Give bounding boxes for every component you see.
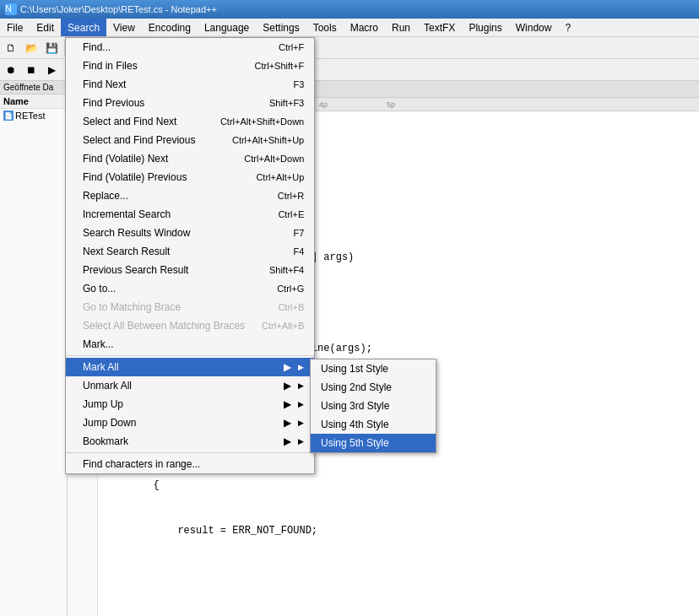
menu-mark[interactable]: Mark... — [66, 335, 314, 354]
search-dropdown-menu: Find... Ctrl+F Find in Files Ctrl+Shift+… — [65, 37, 315, 474]
menu-bookmark[interactable]: Bookmark ▶ — [66, 432, 314, 451]
submenu-arrow-unmark-all: ▶ — [284, 380, 291, 392]
menu-run[interactable]: Run — [385, 19, 417, 36]
menu-find-next[interactable]: Find Next F3 — [66, 75, 314, 94]
menu-next-search-result[interactable]: Next Search Result F4 — [66, 242, 314, 261]
save-button[interactable]: 💾 — [42, 39, 61, 57]
menu-find[interactable]: Find... Ctrl+F — [66, 38, 314, 57]
menu-find-chars-in-range[interactable]: Find characters in range... — [66, 455, 314, 473]
submenu-arrow-mark-all: ▶ — [284, 361, 291, 373]
menu-settings[interactable]: Settings — [256, 19, 306, 36]
menu-select-matching-braces[interactable]: Select All Between Matching Braces Ctrl+… — [66, 316, 314, 335]
menu-sep-1 — [66, 355, 314, 356]
menu-select-find-prev[interactable]: Select and Find Previous Ctrl+Alt+Shift+… — [66, 131, 314, 149]
menu-replace[interactable]: Replace... Ctrl+R — [66, 186, 314, 205]
menu-textfx[interactable]: TextFX — [417, 19, 462, 36]
code-line-28: { — [105, 478, 692, 493]
menu-file[interactable]: File — [0, 19, 30, 36]
menu-goto[interactable]: Go to... Ctrl+G — [66, 279, 314, 298]
macro-record-button[interactable]: ⏺ — [2, 61, 20, 79]
submenu-2nd-style[interactable]: Using 2nd Style — [311, 378, 436, 397]
macro-play-button[interactable]: ▶ — [42, 61, 61, 79]
sidebar-col-name: Name — [0, 95, 67, 109]
menu-incremental-search[interactable]: Incremental Search Ctrl+E — [66, 205, 314, 224]
sidebar-file-label: RETest — [15, 111, 45, 121]
menu-find-volatile-next[interactable]: Find (Volatile) Next Ctrl+Alt+Down — [66, 149, 314, 168]
menu-view[interactable]: View — [106, 19, 142, 36]
menu-macro[interactable]: Macro — [344, 19, 385, 36]
code-line-29: result = ERR_NOT_FOUND; — [105, 523, 692, 538]
menu-unmark-all[interactable]: Unmark All ▶ — [66, 376, 314, 395]
menu-find-volatile-prev[interactable]: Find (Volatile) Previous Ctrl+Alt+Up — [66, 168, 314, 186]
sidebar-header: Geöffnete Da — [0, 81, 67, 95]
submenu-4th-style[interactable]: Using 4th Style — [311, 415, 436, 434]
menu-search[interactable]: Search — [61, 19, 106, 36]
file-icon: 📄 — [3, 111, 14, 121]
window-title: C:\Users\Joker\Desktop\RETest.cs - Notep… — [20, 4, 217, 14]
submenu-arrow-bookmark: ▶ — [284, 435, 291, 447]
new-button[interactable]: 🗋 — [2, 39, 20, 57]
menu-language[interactable]: Language — [198, 19, 256, 36]
menu-goto-matching-brace[interactable]: Go to Matching Brace Ctrl+B — [66, 298, 314, 316]
menu-edit[interactable]: Edit — [30, 19, 61, 36]
submenu-5th-style[interactable]: Using 5th Style — [311, 434, 436, 452]
sidebar: Geöffnete Da Name 📄 RETest — [0, 81, 68, 616]
menu-window[interactable]: Window — [509, 19, 559, 36]
menu-find-previous[interactable]: Find Previous Shift+F3 — [66, 94, 314, 112]
menu-tools[interactable]: Tools — [306, 19, 344, 36]
mark-all-submenu: Using 1st Style Using 2nd Style Using 3r… — [310, 359, 436, 453]
menu-plugins[interactable]: Plugins — [462, 19, 508, 36]
menu-search-results-window[interactable]: Search Results Window F7 — [66, 224, 314, 242]
menu-help[interactable]: ? — [558, 19, 577, 36]
menu-select-find-next[interactable]: Select and Find Next Ctrl+Alt+Shift+Down — [66, 112, 314, 131]
submenu-arrow-jump-up: ▶ — [284, 398, 291, 410]
submenu-3rd-style[interactable]: Using 3rd Style — [311, 397, 436, 415]
menu-jump-down[interactable]: Jump Down ▶ — [66, 413, 314, 432]
submenu-arrow-jump-down: ▶ — [284, 417, 291, 429]
menu-prev-search-result[interactable]: Previous Search Result Shift+F4 — [66, 261, 314, 279]
menu-encoding[interactable]: Encoding — [142, 19, 198, 36]
submenu-1st-style[interactable]: Using 1st Style — [311, 359, 436, 378]
ruler-mark-6: 5p — [329, 100, 397, 109]
menu-mark-all[interactable]: Mark All ▶ — [66, 358, 314, 376]
menu-find-in-files[interactable]: Find in Files Ctrl+Shift+F — [66, 57, 314, 75]
menu-jump-up[interactable]: Jump Up ▶ — [66, 395, 314, 413]
title-bar: N C:\Users\Joker\Desktop\RETest.cs - Not… — [0, 0, 699, 19]
macro-stop-button[interactable]: ⏹ — [22, 61, 41, 79]
open-button[interactable]: 📂 — [22, 39, 41, 57]
sidebar-file-retest[interactable]: 📄 RETest — [0, 109, 67, 122]
app-icon: N — [5, 3, 17, 15]
menu-sep-2 — [66, 452, 314, 453]
menu-bar: File Edit Search View Encoding Language … — [0, 19, 699, 37]
